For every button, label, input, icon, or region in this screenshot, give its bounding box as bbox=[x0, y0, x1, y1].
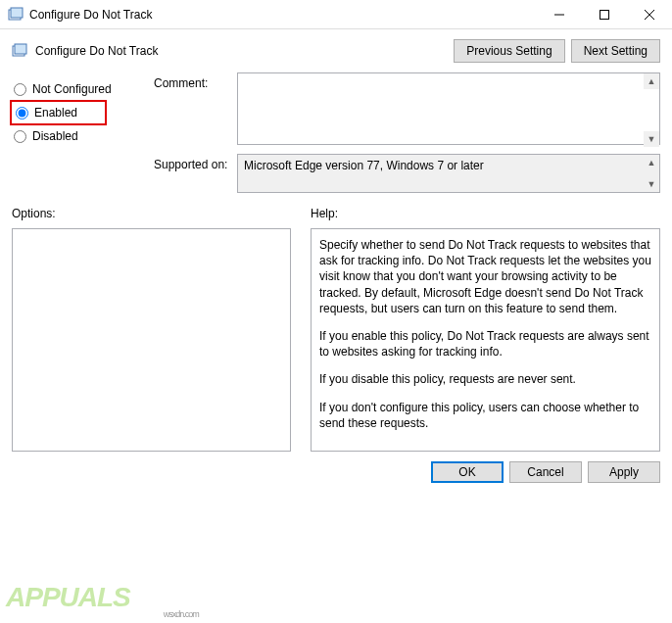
radio-enabled[interactable]: Enabled bbox=[14, 106, 77, 120]
app-icon bbox=[8, 7, 24, 23]
supported-value: Microsoft Edge version 77, Windows 7 or … bbox=[237, 154, 660, 193]
config-area: Not Configured Enabled Disabled Comment:… bbox=[0, 72, 672, 199]
help-label: Help: bbox=[311, 207, 660, 220]
svg-rect-1 bbox=[11, 8, 23, 18]
help-text-1: Specify whether to send Do Not Track req… bbox=[319, 237, 651, 316]
supported-scroll-up-icon[interactable]: ▲ bbox=[644, 155, 659, 170]
header-row: Configure Do Not Track Previous Setting … bbox=[0, 29, 672, 72]
supported-scroll-down-icon[interactable]: ▼ bbox=[644, 176, 659, 192]
radio-not-configured[interactable]: Not Configured bbox=[12, 82, 154, 96]
radio-disabled-input[interactable] bbox=[14, 130, 26, 143]
radio-disabled-label: Disabled bbox=[32, 129, 78, 143]
previous-setting-button[interactable]: Previous Setting bbox=[454, 39, 564, 63]
policy-icon bbox=[12, 43, 27, 59]
radio-enabled-input[interactable] bbox=[16, 107, 28, 120]
svg-rect-3 bbox=[600, 10, 609, 19]
lower-section: Options: Help: Specify whether to send D… bbox=[0, 199, 672, 452]
comment-scroll-down-icon[interactable]: ▼ bbox=[644, 131, 659, 147]
radio-disabled[interactable]: Disabled bbox=[12, 129, 154, 143]
titlebar: Configure Do Not Track bbox=[0, 0, 672, 29]
comment-scroll-up-icon[interactable]: ▲ bbox=[644, 73, 659, 89]
svg-rect-7 bbox=[15, 44, 26, 54]
apply-button[interactable]: Apply bbox=[588, 461, 660, 483]
radio-not-configured-input[interactable] bbox=[14, 83, 26, 96]
comment-textarea[interactable] bbox=[237, 72, 660, 145]
radio-column: Not Configured Enabled Disabled bbox=[12, 72, 154, 199]
help-text-2: If you enable this policy, Do Not Track … bbox=[319, 328, 651, 359]
watermark-url: wsxdn.com bbox=[164, 609, 199, 619]
cancel-button[interactable]: Cancel bbox=[509, 461, 582, 483]
radio-not-configured-label: Not Configured bbox=[32, 82, 112, 96]
help-text-4: If you don't configure this policy, user… bbox=[319, 400, 651, 431]
minimize-button[interactable] bbox=[537, 0, 582, 29]
window-title: Configure Do Not Track bbox=[29, 8, 537, 22]
maximize-button[interactable] bbox=[582, 0, 627, 29]
supported-row: Supported on: Microsoft Edge version 77,… bbox=[154, 154, 660, 193]
options-label: Options: bbox=[12, 207, 291, 220]
comment-label: Comment: bbox=[154, 72, 237, 148]
help-box: Specify whether to send Do Not Track req… bbox=[311, 228, 660, 452]
window-controls bbox=[537, 0, 672, 29]
options-column: Options: bbox=[12, 207, 291, 452]
watermark: APPUALS wsxdn.com bbox=[0, 582, 130, 613]
radio-enabled-label: Enabled bbox=[34, 106, 77, 120]
dialog-buttons: OK Cancel Apply bbox=[0, 452, 672, 493]
highlight-box: Enabled bbox=[10, 100, 107, 125]
help-text-3: If you disable this policy, requests are… bbox=[319, 371, 651, 387]
supported-label: Supported on: bbox=[154, 154, 237, 193]
fields-column: Comment: ▲ ▼ Supported on: Microsoft Edg… bbox=[154, 72, 660, 199]
next-setting-button[interactable]: Next Setting bbox=[571, 39, 660, 63]
comment-box: ▲ ▼ bbox=[237, 72, 660, 148]
comment-row: Comment: ▲ ▼ bbox=[154, 72, 660, 148]
ok-button[interactable]: OK bbox=[431, 461, 504, 483]
options-box bbox=[12, 228, 291, 452]
supported-box: Microsoft Edge version 77, Windows 7 or … bbox=[237, 154, 660, 193]
close-button[interactable] bbox=[627, 0, 672, 29]
watermark-text: APPUALS bbox=[6, 582, 130, 612]
policy-title: Configure Do Not Track bbox=[35, 44, 448, 58]
help-column: Help: Specify whether to send Do Not Tra… bbox=[311, 207, 660, 452]
